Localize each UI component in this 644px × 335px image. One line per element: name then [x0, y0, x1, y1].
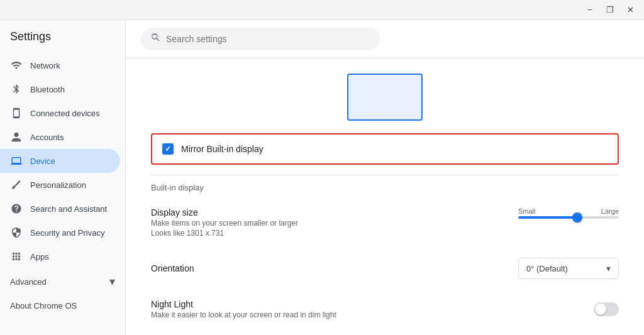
sidebar-item-network[interactable]: Network — [0, 53, 120, 77]
bluetooth-icon — [10, 84, 23, 95]
sidebar-label-advanced: Advanced — [10, 277, 47, 287]
wifi-icon — [10, 60, 23, 71]
search-assistant-icon — [10, 203, 23, 214]
sidebar-label-bluetooth: Bluetooth — [30, 85, 65, 94]
sidebar-item-security-privacy[interactable]: Security and Privacy — [0, 221, 120, 244]
builtin-display-heading: Built-in display — [126, 175, 644, 197]
orientation-value: 0° (Default) — [526, 264, 568, 273]
apps-icon — [10, 251, 23, 262]
display-size-row: Display size Make items on your screen s… — [126, 197, 644, 248]
app-layout: Settings Network Bluetooth Connected dev… — [0, 20, 644, 335]
sidebar-item-bluetooth[interactable]: Bluetooth — [0, 77, 120, 101]
sidebar-item-device[interactable]: Device — [0, 149, 120, 173]
display-size-slider[interactable] — [518, 216, 619, 219]
display-size-labels: Display size Make items on your screen s… — [151, 207, 298, 238]
tablet-icon — [10, 107, 23, 119]
mirror-display-checkbox[interactable] — [162, 143, 174, 155]
display-size-sublabel2: Looks like 1301 x 731 — [151, 229, 298, 238]
display-size-label: Display size — [151, 207, 298, 217]
mirror-display-row: Mirror Built-in display — [151, 133, 619, 165]
title-bar: − ❐ ✕ — [0, 0, 644, 20]
sidebar-label-security-privacy: Security and Privacy — [30, 228, 105, 238]
sidebar-label-search-assistant: Search and Assistant — [30, 204, 107, 214]
orientation-row: Orientation 0° (Default) ▾ — [126, 248, 644, 289]
main-content: Mirror Built-in display Built-in display… — [126, 20, 644, 335]
display-preview — [126, 58, 644, 133]
display-size-slider-wrapper: Small Large — [518, 207, 619, 219]
monitor-preview — [347, 74, 423, 121]
person-icon — [10, 131, 23, 143]
sidebar-item-search-assistant[interactable]: Search and Assistant — [0, 197, 120, 221]
security-icon — [10, 227, 23, 238]
minimize-button[interactable]: − — [581, 3, 599, 17]
brush-icon — [10, 179, 23, 190]
night-light-label: Night Light — [151, 299, 336, 309]
night-light-labels: Night Light Make it easier to look at yo… — [151, 299, 336, 319]
sidebar-label-apps: Apps — [30, 252, 49, 261]
search-bar — [141, 28, 380, 50]
orientation-dropdown[interactable]: 0° (Default) ▾ — [518, 258, 619, 279]
settings-title: Settings — [0, 25, 125, 53]
schedule-row: Schedule Never ▾ — [126, 329, 644, 335]
sidebar-item-connected-devices[interactable]: Connected devices — [0, 101, 120, 125]
night-light-toggle[interactable] — [594, 302, 619, 316]
sidebar-label-network: Network — [30, 61, 60, 70]
sidebar-label-connected-devices: Connected devices — [30, 109, 100, 118]
display-size-sublabel1: Make items on your screen smaller or lar… — [151, 219, 298, 228]
sidebar-label-about: About Chrome OS — [10, 301, 77, 310]
sidebar-label-personalization: Personalization — [30, 180, 86, 190]
maximize-button[interactable]: ❐ — [601, 3, 619, 17]
sidebar-item-accounts[interactable]: Accounts — [0, 125, 120, 149]
chevron-down-icon: ▾ — [109, 275, 115, 288]
night-light-row: Night Light Make it easier to look at yo… — [126, 289, 644, 329]
sidebar-item-about[interactable]: About Chrome OS — [0, 295, 120, 317]
sidebar-item-personalization[interactable]: Personalization — [0, 173, 120, 197]
search-input[interactable] — [166, 34, 370, 44]
settings-header — [126, 20, 644, 58]
close-button[interactable]: ✕ — [621, 3, 639, 17]
orientation-label: Orientation — [151, 263, 194, 273]
night-light-sublabel: Make it easier to look at your screen or… — [151, 310, 336, 319]
sidebar-label-device: Device — [30, 157, 55, 166]
advanced-left: Advanced — [10, 277, 47, 287]
content-area: Mirror Built-in display Built-in display… — [126, 58, 644, 335]
sidebar-item-apps[interactable]: Apps — [0, 244, 120, 268]
sidebar-item-advanced[interactable]: Advanced ▾ — [0, 268, 125, 295]
sidebar: Settings Network Bluetooth Connected dev… — [0, 20, 126, 335]
search-icon — [151, 33, 161, 45]
laptop-icon — [10, 155, 23, 167]
mirror-display-label: Mirror Built-in display — [181, 144, 264, 154]
orientation-dropdown-arrow: ▾ — [606, 263, 611, 273]
window-controls: − ❐ ✕ — [581, 3, 639, 17]
sidebar-label-accounts: Accounts — [30, 133, 64, 142]
